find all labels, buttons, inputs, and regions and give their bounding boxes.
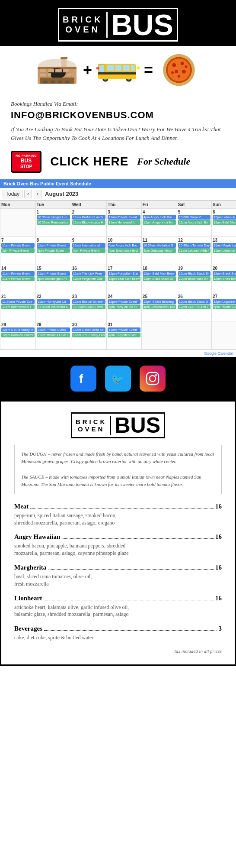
bookings-email[interactable]: INFO@BRICKOVENBUS.COM [11,110,225,121]
calendar-event[interactable]: 11am Honeywell Lu [37,299,70,304]
facebook-icon: f [76,371,91,386]
calendar-week-row: 2812pm STEM Valley M12pm Ballwick Confer… [0,321,236,349]
calendar-day-number: 20 [213,266,236,271]
calendar-event[interactable]: 11am Thomas Lake E [37,333,70,337]
calendar-event[interactable]: 12pm Private Event [108,299,140,304]
calendar-event[interactable]: 11am ProMed Lunch [72,215,105,220]
calendar-event[interactable]: 11am Private Event [37,271,70,276]
calendar-event[interactable]: 11am Private Event [108,215,140,220]
calendar-event[interactable]: 11am International [72,243,105,248]
calendar-event[interactable]: 12pm Black Stack Br [178,271,210,276]
calendar-event[interactable]: 12pm 9 Mile Brewing [143,299,176,304]
calendar-event[interactable]: 11am International F [1,304,35,309]
calendar-event[interactable]: 12pm Forgotten Star [108,271,140,276]
menu-item-name-label: Margherita [14,564,46,571]
calendar-event[interactable]: 4pm Forgotten Star [108,333,140,337]
prev-month-button[interactable]: ‹ [24,190,32,198]
calendar-event[interactable]: 11am Bloomington H [72,220,105,225]
calendar-event[interactable]: 4pm Getaway Motor [143,248,176,253]
calendar-day-cell: 2012pm Black Stack Br12pm Shed Bre [211,265,236,293]
calendar-event[interactable]: 10,000 Drops C [178,215,210,220]
click-here-section[interactable]: NO PARKING BUS STOP CLICK HERE For Sched… [0,144,236,179]
calendar-event[interactable]: 5pm Private Event [1,248,35,253]
calendar-day-number: 31 [108,322,140,327]
calendar-day-cell: 3011am Osseo Area Sc11am JFK Family Fun [71,321,106,349]
calendar-event[interactable]: 12pm Bald Man Brew [213,220,236,225]
calendar-day-number: 24 [108,294,140,299]
calendar-event[interactable]: 11am Private Event [37,327,70,332]
calendar-event[interactable]: 5pm Private Event [72,248,105,253]
next-month-button[interactable]: › [34,190,41,198]
twitter-button[interactable]: 🐦 [105,366,131,392]
calendar-event[interactable]: 12pm Forgotten Star [72,276,105,281]
for-schedule-text: For Schedule [137,156,190,167]
menu-description: The DOUGH – never frozen and made fresh … [14,445,222,494]
calendar-event[interactable]: 12pm STEM Valley M [1,327,35,332]
calendar-event[interactable]: 4pm Boathouse Brot [108,248,140,253]
calendar-event[interactable]: 4pm Angry Inch Bro [108,243,140,248]
facebook-button[interactable]: f [70,366,96,392]
calendar-event[interactable]: 11:30am Waterford O [37,304,70,309]
calendar-event[interactable]: 12pm Black Stack Br [213,271,236,276]
calendar-event[interactable]: 4pm Angry Inch Bre [143,215,176,220]
calendar-day-number: 21 [1,294,35,299]
calendar-event[interactable]: 11am Honeywell L [108,220,140,225]
calendar-event[interactable]: 12pm Black Stack Br [143,276,176,281]
calendar-event[interactable]: 12pm Angry Inch Bn [178,220,210,225]
calendar-event[interactable]: 11am Private Event [1,276,35,281]
menu-logo-bus: BUS [115,415,160,436]
calendar-event[interactable]: 10:30am Renewal by [37,220,70,225]
calendar-event[interactable]: 11am Private Event [37,243,70,248]
svg-point-41 [178,75,180,78]
calendar-event[interactable]: 11:30am Black Hawk [72,304,105,309]
calendar-event[interactable]: 11am Lebanon Hills l [178,248,210,253]
calendar-event[interactable]: 12pm Shed Bre [213,276,236,281]
calendar-event[interactable]: 5pm Bloomington Fo [37,276,70,281]
calendar-event[interactable]: 12pm Lebanon Hills l [213,215,236,220]
header-section: BRICK OVEN BUS [0,0,236,46]
click-here-text[interactable]: CLICK HERE [50,155,128,168]
svg-rect-23 [115,65,121,71]
calendar-event[interactable]: 12pm Ballwick Confer [1,333,35,337]
calendar-event[interactable]: 12pm Bald Man Brew [108,276,140,281]
calendar-day-number: 8 [37,238,70,243]
calendar-event[interactable]: 11am Private Event [1,243,35,248]
plus-icon: + [83,61,92,79]
svg-rect-16 [65,81,70,83]
svg-rect-10 [48,73,51,77]
menu-item-description: coke, diet coke, sprite & bottled water [14,634,222,641]
calendar-event[interactable]: 4pm Giesenbreau Brc [143,304,176,309]
calendar-event[interactable]: 11am Private Event [108,327,140,332]
calendar-event[interactable]: 12pm Bald Man Brew [143,271,176,276]
calendar-day-cell: 2111:30am Private Eve11am International … [0,293,36,321]
calendar-event[interactable]: 12pm Angry Inch Bn [143,220,176,225]
calendar-event[interactable]: 12pm Lupuline Brewin [213,299,236,304]
calendar-event[interactable]: 5pm Private Event [213,304,236,309]
calendar-event[interactable]: 11am Osseo Area Sc [72,327,105,332]
calendar-event[interactable]: 10:30am Integer Lun [37,215,70,220]
calendar-day-number: 15 [37,266,70,271]
calendar-event[interactable]: 4pm Party on the Pl [108,304,140,309]
calendar-event[interactable]: 11am Maple Lake [213,243,236,248]
calendar-event[interactable]: 11am JFK Family Fun [72,333,105,337]
calendar-event[interactable]: 11:30am Private Eve [1,299,35,304]
tax-note: tax included in all prices [14,648,222,654]
calendar-event[interactable]: 12pm ZOE Church L [178,304,210,309]
menu-item-dots [62,538,214,539]
menu-logo-brick: BRICK [76,418,107,425]
svg-rect-5 [40,69,46,72]
svg-rect-47 [147,372,159,385]
calendar-event[interactable]: 11am Private Event [1,271,35,276]
calendar-event[interactable]: 10:30am Visitation S [143,243,176,248]
calendar-event[interactable]: 12pm Boathouse Brt [178,276,210,281]
bookings-section: Bookings handled via email: INFO@BRICKOV… [0,94,236,144]
today-button[interactable]: Today [3,190,22,198]
calendar-event[interactable]: 12pm Black Stack 3r [178,299,210,304]
calendar-event[interactable]: 11am Boston Scienti [72,299,105,304]
calendar-event[interactable]: 5pm Private Event [37,248,70,253]
google-calendar-link[interactable]: Google Calendar [0,350,236,357]
calendar-event[interactable]: 11am The Link Free l [72,271,105,276]
calendar-event[interactable]: 10:30am Tomato Day [178,243,210,248]
instagram-button[interactable] [140,366,166,392]
calendar-event[interactable]: 11am Lebanon Hills l [213,248,236,253]
